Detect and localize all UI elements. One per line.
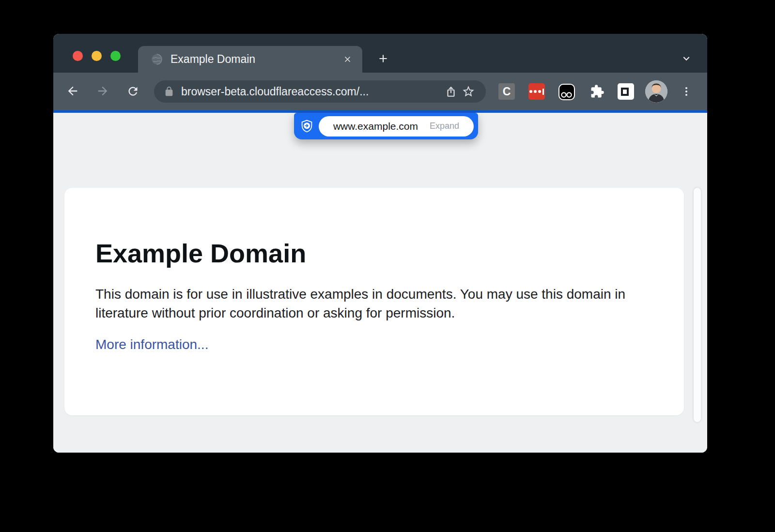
share-button[interactable] <box>442 83 460 100</box>
window-close-button[interactable] <box>73 51 83 61</box>
page-heading: Example Domain <box>95 238 653 268</box>
url-text: browser-beta.cloudflareaccess.com/... <box>181 85 442 98</box>
isolated-domain-label: www.example.com <box>333 121 418 132</box>
shield-arrow-icon <box>300 120 313 133</box>
isolation-domain-chip[interactable]: www.example.com Expand <box>319 116 474 137</box>
browser-menu-button[interactable] <box>680 82 693 101</box>
side-panel-button[interactable] <box>618 83 634 100</box>
tab-close-button[interactable] <box>340 52 355 67</box>
chevron-down-icon <box>680 52 693 65</box>
tab-search-button[interactable] <box>677 49 696 68</box>
page-content-card: Example Domain This domain is for use in… <box>64 188 684 415</box>
isolation-domain-pill[interactable]: www.example.com Expand <box>294 113 478 139</box>
expand-button[interactable]: Expand <box>430 121 459 131</box>
password-manager-extension-icon[interactable] <box>528 83 545 100</box>
profile-avatar[interactable] <box>645 80 667 103</box>
page-viewport: www.example.com Expand Example Domain Th… <box>53 113 707 453</box>
scrollbar-thumb[interactable] <box>694 188 701 422</box>
avatar <box>645 80 667 103</box>
tab-title: Example Domain <box>170 53 340 66</box>
tab-strip: Example Domain <box>53 34 707 73</box>
share-icon <box>445 85 457 98</box>
forward-button[interactable] <box>93 81 112 101</box>
desktop-background: Example Domain <box>0 0 775 532</box>
new-tab-button[interactable] <box>374 49 392 68</box>
browser-tab[interactable]: Example Domain <box>138 46 362 73</box>
reload-button[interactable] <box>123 81 142 101</box>
star-icon <box>462 85 475 98</box>
bookmark-button[interactable] <box>460 83 477 100</box>
kebab-menu-icon <box>681 86 692 97</box>
page-paragraph: This domain is for use in illustrative e… <box>95 285 652 322</box>
close-icon <box>343 55 352 64</box>
puzzle-icon <box>590 84 604 99</box>
dark-circles-extension-icon[interactable] <box>558 83 575 101</box>
window-minimize-button[interactable] <box>92 51 102 61</box>
browser-toolbar: browser-beta.cloudflareaccess.com/... C <box>53 73 707 110</box>
more-information-link[interactable]: More information... <box>95 337 208 352</box>
browser-window: Example Domain <box>53 34 707 453</box>
back-icon <box>66 84 79 98</box>
extensions-menu-button[interactable] <box>589 83 605 100</box>
forward-icon <box>96 84 109 98</box>
new-tab-icon <box>377 52 389 65</box>
c-extension-icon[interactable]: C <box>498 83 515 100</box>
window-zoom-button[interactable] <box>110 51 121 61</box>
lock-icon[interactable] <box>164 86 174 97</box>
back-button[interactable] <box>63 81 82 101</box>
globe-favicon <box>151 53 163 65</box>
reload-icon <box>126 85 140 98</box>
side-panel-icon <box>621 88 629 96</box>
window-controls <box>73 51 121 61</box>
address-bar[interactable]: browser-beta.cloudflareaccess.com/... <box>154 80 486 103</box>
